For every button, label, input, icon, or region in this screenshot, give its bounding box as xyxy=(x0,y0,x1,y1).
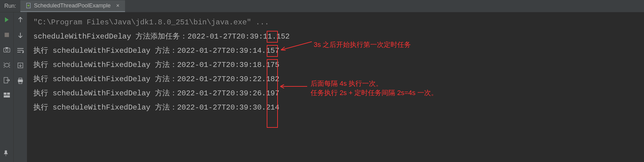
console-output[interactable]: "C:\Program Files\Java\jdk1.8.0_251\bin\… xyxy=(27,12,644,162)
svg-rect-5 xyxy=(6,47,8,48)
mid-toolbar xyxy=(14,12,27,162)
svg-line-8 xyxy=(9,63,10,64)
stop-icon[interactable] xyxy=(4,32,10,38)
layout-icon[interactable] xyxy=(4,93,10,98)
file-icon xyxy=(26,3,31,8)
exit-icon[interactable] xyxy=(4,77,10,83)
tab-name: ScheduledThreadPoolExample xyxy=(34,2,111,9)
svg-line-7 xyxy=(4,63,5,64)
run-tab[interactable]: ScheduledThreadPoolExample × xyxy=(20,0,125,12)
svg-rect-16 xyxy=(4,95,10,98)
svg-rect-15 xyxy=(7,93,10,95)
play-icon[interactable] xyxy=(4,17,10,23)
run-header: Run: ScheduledThreadPoolExample × xyxy=(0,0,644,12)
svg-line-12 xyxy=(9,67,10,68)
svg-rect-2 xyxy=(5,33,9,37)
debug-icon[interactable] xyxy=(3,62,10,68)
left-toolbar xyxy=(0,12,14,162)
svg-point-6 xyxy=(5,63,9,67)
down-icon[interactable] xyxy=(18,32,23,38)
pin-icon[interactable] xyxy=(3,150,9,156)
annotation-text: 3s 之后开始执行第一次定时任务 xyxy=(314,38,411,52)
svg-point-4 xyxy=(6,49,8,51)
main-area: "C:\Program Files\Java\jdk1.8.0_251\bin\… xyxy=(0,12,644,162)
output-line: 执行 scheduleWithFixedDelay 方法：2022-01-27T… xyxy=(33,101,638,115)
svg-line-11 xyxy=(4,67,5,68)
run-label: Run: xyxy=(0,3,20,9)
scroll-icon[interactable] xyxy=(17,62,23,69)
svg-rect-14 xyxy=(4,93,6,95)
wrap-icon[interactable] xyxy=(17,48,24,53)
camera-icon[interactable] xyxy=(3,47,10,52)
annotation-text: 任务执行 2s + 定时任务间隔 2s=4s 一次。 xyxy=(311,86,438,100)
print-icon[interactable] xyxy=(17,78,23,84)
up-icon[interactable] xyxy=(18,17,23,23)
svg-point-1 xyxy=(27,5,29,6)
command-line: "C:\Program Files\Java\jdk1.8.0_251\bin\… xyxy=(33,15,638,30)
svg-rect-20 xyxy=(19,78,22,80)
output-line: 执行 scheduleWithFixedDelay 方法：2022-01-27T… xyxy=(33,58,638,72)
close-icon[interactable]: × xyxy=(116,2,119,9)
